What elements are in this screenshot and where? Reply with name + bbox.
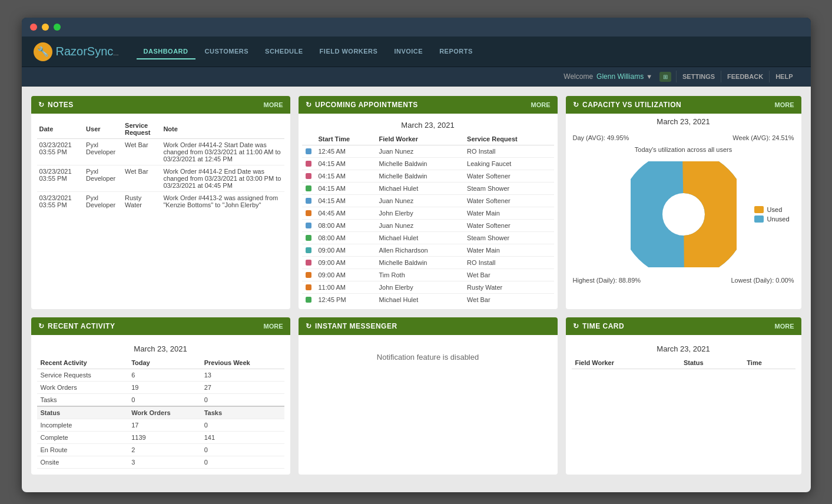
feedback-button[interactable]: FEEDBACK bbox=[721, 71, 769, 82]
nav-dashboard[interactable]: DASHBOARD bbox=[137, 44, 195, 59]
help-button[interactable]: HELP bbox=[769, 71, 798, 82]
activity-content: March 23, 2021 Recent Activity Today Pre… bbox=[31, 335, 290, 475]
act-tasks: 0 bbox=[201, 419, 284, 432]
username-label[interactable]: Glenn Williams bbox=[596, 72, 644, 81]
chart-wrap: Used Unused bbox=[566, 155, 801, 273]
appt-service: Steam Shower bbox=[463, 232, 553, 244]
timecard-title-text: TIME CARD bbox=[582, 322, 624, 330]
app-window: 🔧 RazorSync... DASHBOARD CUSTOMERS SCHED… bbox=[22, 18, 811, 492]
activity-title: ↻ RECENT ACTIVITY bbox=[38, 322, 115, 330]
notes-refresh-icon[interactable]: ↻ bbox=[38, 101, 45, 109]
appt-refresh-icon[interactable]: ↻ bbox=[306, 101, 312, 109]
notes-panel-header: ↻ NOTES MORE bbox=[31, 96, 290, 114]
messenger-title-text: INSTANT MESSENGER bbox=[315, 322, 397, 330]
cap-date: March 23, 2021 bbox=[566, 114, 801, 130]
act-tasks: 0 bbox=[201, 444, 284, 456]
appt-service: RO Install bbox=[463, 257, 553, 269]
activity-more-button[interactable]: MORE bbox=[264, 323, 283, 330]
activity-date: March 23, 2021 bbox=[37, 341, 284, 357]
notification-icon[interactable]: ⊞ bbox=[659, 72, 671, 82]
appt-service: Water Main bbox=[463, 207, 553, 220]
appt-more-button[interactable]: MORE bbox=[531, 101, 551, 108]
appt-worker: Allen Richardson bbox=[376, 244, 464, 257]
settings-button[interactable]: SETTINGS bbox=[676, 71, 721, 82]
appt-service: Steam Shower bbox=[463, 183, 553, 195]
cap-refresh-icon[interactable]: ↻ bbox=[573, 101, 579, 109]
list-item: Complete 1139 141 bbox=[37, 432, 284, 444]
act-today: 6 bbox=[128, 369, 201, 382]
appt-worker: Tim Roth bbox=[376, 269, 464, 281]
appt-worker: Michael Hulet bbox=[376, 294, 464, 306]
act-wo: 2 bbox=[128, 444, 201, 456]
appt-worker: John Elerby bbox=[376, 207, 464, 220]
timecard-refresh-icon[interactable]: ↻ bbox=[573, 322, 579, 330]
appt-title: ↻ UPCOMING APPOINTMENTS bbox=[306, 101, 418, 109]
messenger-title: ↻ INSTANT MESSENGER bbox=[306, 322, 397, 330]
cap-more-button[interactable]: MORE bbox=[775, 101, 794, 108]
close-dot[interactable] bbox=[30, 24, 37, 31]
act-col2: Today bbox=[128, 357, 201, 369]
cap-day-avg: Day (AVG): 49.95% bbox=[573, 134, 629, 141]
note-user: Pyxl Developer bbox=[84, 139, 122, 165]
notes-table: Date User Service Request Note 03/23/202… bbox=[37, 120, 284, 211]
appt-color-cell bbox=[302, 183, 315, 195]
list-item: 11:00 AM John Elerby Rusty Water bbox=[302, 281, 554, 294]
main-content: ↻ NOTES MORE Date User Service Request N… bbox=[22, 87, 811, 492]
notes-panel: ↻ NOTES MORE Date User Service Request N… bbox=[31, 96, 290, 309]
appt-time: 09:00 AM bbox=[315, 269, 376, 281]
act-wo: 17 bbox=[128, 419, 201, 432]
appt-worker: Michael Hulet bbox=[376, 232, 464, 244]
notes-more-button[interactable]: MORE bbox=[264, 101, 283, 108]
list-item: Onsite 3 0 bbox=[37, 456, 284, 469]
titlebar bbox=[22, 18, 811, 37]
messenger-refresh-icon[interactable]: ↻ bbox=[306, 322, 312, 330]
logo-text: RazorSync... bbox=[56, 45, 119, 58]
note-service: Wet Bar bbox=[122, 139, 161, 165]
appt-service: RO Install bbox=[463, 145, 553, 158]
appt-color-cell bbox=[302, 281, 315, 294]
appt-time: 04:15 AM bbox=[315, 170, 376, 183]
appt-worker: Michael Hulet bbox=[376, 183, 464, 195]
legend-unused-color bbox=[754, 215, 764, 223]
legend-used-color bbox=[754, 206, 764, 213]
nav-customers[interactable]: CUSTOMERS bbox=[198, 44, 256, 59]
appt-time: 08:00 AM bbox=[315, 220, 376, 232]
logo-icon: 🔧 bbox=[34, 42, 52, 61]
pie-chart bbox=[631, 161, 737, 267]
cap-lowest: Lowest (Daily): 0.00% bbox=[731, 277, 794, 284]
nav-invoice[interactable]: INVOICE bbox=[387, 44, 430, 59]
appt-time: 04:15 AM bbox=[315, 195, 376, 207]
notes-col-date: Date bbox=[37, 120, 84, 139]
appt-time: 04:15 AM bbox=[315, 183, 376, 195]
dropdown-arrow[interactable]: ▼ bbox=[646, 73, 652, 80]
appt-title-text: UPCOMING APPOINTMENTS bbox=[315, 101, 418, 109]
appt-time: 09:00 AM bbox=[315, 244, 376, 257]
appt-service: Leaking Faucet bbox=[463, 158, 553, 170]
appt-col-time: Start Time bbox=[315, 133, 376, 145]
cap-subtitle: Today's utilization across all users bbox=[566, 144, 801, 155]
activity-refresh-icon[interactable]: ↻ bbox=[38, 322, 45, 330]
appt-service: Water Softener bbox=[463, 195, 553, 207]
timecard-more-button[interactable]: MORE bbox=[775, 323, 794, 330]
maximize-dot[interactable] bbox=[54, 24, 61, 31]
appt-color-cell bbox=[302, 158, 315, 170]
nav-reports[interactable]: REPORTS bbox=[432, 44, 480, 59]
act-label: Tasks bbox=[37, 394, 128, 407]
appt-worker: Michelle Baldwin bbox=[376, 158, 464, 170]
list-item: 12:45 PM Michael Hulet Wet Bar bbox=[302, 294, 554, 306]
cap-week-avg: Week (AVG): 24.51% bbox=[732, 134, 794, 141]
timecard-panel-header: ↻ TIME CARD MORE bbox=[566, 317, 801, 335]
list-item: 08:00 AM Juan Nunez Water Softener bbox=[302, 220, 554, 232]
act-status: Onsite bbox=[37, 456, 128, 469]
appt-color-cell bbox=[302, 170, 315, 183]
tc-col3: Time bbox=[743, 357, 795, 369]
table-row: 03/23/2021 03:55 PM Pyxl Developer Wet B… bbox=[37, 139, 284, 165]
timecard-content: March 23, 2021 Field Worker Status Time bbox=[566, 335, 801, 375]
note-text: Work Order #4414-2 Start Date was change… bbox=[161, 139, 284, 165]
act-tasks: 141 bbox=[201, 432, 284, 444]
minimize-dot[interactable] bbox=[42, 24, 49, 31]
nav-schedule[interactable]: SCHEDULE bbox=[258, 44, 310, 59]
appt-color-cell bbox=[302, 257, 315, 269]
nav-field-workers[interactable]: FIELD WORKERS bbox=[313, 44, 385, 59]
notes-title: ↻ NOTES bbox=[38, 101, 74, 109]
